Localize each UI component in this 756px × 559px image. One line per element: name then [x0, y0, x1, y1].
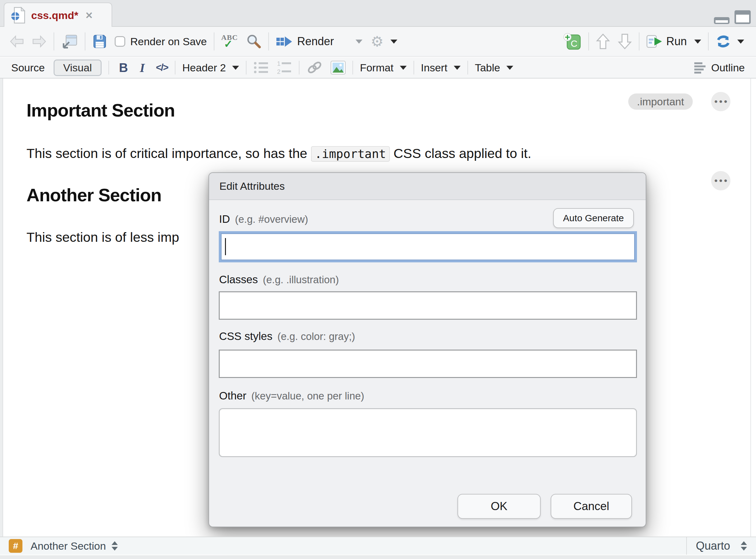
paragraph-style-dropdown[interactable]: Header 2	[182, 62, 239, 74]
inline-code-chip[interactable]: .important	[311, 146, 390, 162]
id-label: ID	[219, 213, 230, 225]
css-class-badge[interactable]: .important	[628, 93, 693, 110]
css-styles-hint: (e.g. color: gray;)	[277, 331, 355, 342]
inline-code-button[interactable]: </>	[156, 62, 168, 73]
section-heading-another[interactable]: Another Section	[26, 184, 161, 205]
editor-right-gutter	[750, 79, 751, 537]
heading-hash-icon: #	[9, 539, 22, 553]
editor-status-bar: # Another Section Quarto	[0, 537, 756, 555]
other-input[interactable]	[219, 408, 637, 457]
section-options-button-2[interactable]: •••	[711, 171, 730, 191]
ok-button[interactable]: OK	[458, 494, 541, 519]
editor-mode-selector[interactable]: Quarto	[686, 537, 756, 555]
visual-mode-button[interactable]: Visual	[53, 60, 102, 76]
formatting-toolbar: Source Visual B I </> Header 2 1 2	[0, 57, 756, 79]
spellcheck-button[interactable]: ABC ✓	[221, 33, 238, 49]
css-styles-label: CSS styles	[219, 330, 272, 342]
css-styles-label-row: CSS styles (e.g. color: gray;)	[219, 330, 355, 342]
save-button[interactable]	[92, 34, 107, 49]
classes-label: Classes	[219, 273, 258, 286]
close-tab-icon[interactable]: ✕	[85, 10, 93, 21]
insert-code-chunk-button[interactable]: C +	[563, 32, 581, 50]
other-label: Other	[219, 389, 246, 402]
toolbar-separator	[85, 32, 85, 50]
open-in-new-window-button[interactable]	[61, 34, 78, 49]
edit-attributes-dialog: Edit Attributes ID (e.g. #overview) Auto…	[208, 172, 646, 527]
pane-window-buttons	[714, 0, 751, 27]
bulleted-list-button[interactable]	[253, 61, 269, 75]
options-dropdown-caret-icon[interactable]	[391, 40, 397, 47]
id-label-row: ID (e.g. #overview)	[219, 213, 308, 225]
text-cursor	[225, 238, 226, 255]
toolbar-separator	[352, 61, 353, 74]
link-button[interactable]	[306, 61, 323, 75]
toolbar-separator	[588, 32, 589, 50]
render-label: Render	[297, 35, 334, 48]
classes-input[interactable]	[219, 291, 637, 320]
image-button[interactable]	[331, 61, 346, 74]
checkbox-icon[interactable]	[115, 36, 125, 47]
run-previous-chunks-button[interactable]	[596, 33, 610, 50]
id-input-wrapper	[219, 231, 637, 262]
source-mode-button[interactable]: Source	[11, 62, 45, 74]
section-options-button[interactable]: •••	[711, 92, 730, 111]
render-dropdown-caret-icon[interactable]	[356, 40, 362, 47]
paragraph-2[interactable]: This section is of less imp	[26, 230, 179, 245]
css-styles-input[interactable]	[219, 350, 637, 378]
toolbar-separator	[708, 32, 709, 50]
toolbar-separator	[108, 61, 109, 74]
spellcheck-check-icon: ✓	[224, 39, 233, 49]
toolbar-separator	[175, 61, 175, 74]
render-button[interactable]: Render	[276, 35, 334, 48]
id-input[interactable]	[221, 233, 635, 260]
run-dropdown-caret-icon[interactable]	[694, 40, 701, 47]
quarto-file-icon	[11, 6, 26, 24]
format-menu[interactable]: Format	[360, 62, 407, 74]
section-selector-arrows-icon[interactable]	[112, 541, 118, 551]
tab-css-qmd[interactable]: css.qmd* ✕	[4, 2, 112, 27]
toolbar-separator	[467, 61, 468, 74]
run-button[interactable]: Run	[646, 34, 701, 49]
italic-button[interactable]: I	[140, 61, 145, 75]
outline-toggle-button[interactable]: Outline	[693, 61, 745, 74]
forward-button[interactable]	[32, 35, 47, 48]
other-hint: (key=value, one per line)	[251, 390, 364, 402]
toolbar-separator	[53, 32, 54, 50]
current-section-selector[interactable]: Another Section	[30, 540, 106, 552]
bold-button[interactable]: B	[119, 61, 128, 75]
insert-menu-caret-icon	[454, 66, 461, 73]
dialog-header[interactable]: Edit Attributes	[209, 173, 646, 200]
auto-generate-button[interactable]: Auto Generate	[553, 208, 634, 228]
dialog-title: Edit Attributes	[219, 180, 285, 192]
mode-selector-arrows-icon	[741, 541, 747, 551]
minimize-pane-icon[interactable]	[714, 17, 730, 24]
back-button[interactable]	[9, 35, 24, 48]
run-label: Run	[666, 35, 687, 48]
section-heading-important[interactable]: Important Section	[26, 100, 175, 120]
paragraph-1-text: This section is of critical importance, …	[26, 146, 311, 161]
table-menu[interactable]: Table	[475, 62, 513, 74]
find-replace-button[interactable]	[246, 33, 262, 49]
svg-text:C: C	[571, 38, 577, 49]
source-dropdown-caret-icon[interactable]	[737, 40, 744, 47]
svg-text:1: 1	[277, 61, 281, 67]
svg-text:+: +	[565, 32, 570, 42]
header-dropdown-caret-icon	[232, 66, 239, 73]
render-on-save-checkbox[interactable]: Render on Save	[115, 36, 207, 48]
paragraph-1[interactable]: This section is of critical importance, …	[26, 146, 531, 161]
toolbar-separator	[214, 32, 215, 50]
run-next-chunk-button[interactable]	[618, 33, 632, 50]
window-bottom-edge	[0, 555, 756, 559]
gear-icon[interactable]: ⚙	[371, 34, 383, 49]
editor-toolbar: Render on Save ABC ✓ Render ⚙	[0, 27, 756, 57]
maximize-pane-icon[interactable]	[734, 10, 751, 24]
cancel-button[interactable]: Cancel	[551, 494, 632, 519]
id-hint: (e.g. #overview)	[235, 214, 308, 225]
tab-title: css.qmd*	[31, 9, 78, 22]
numbered-list-button[interactable]: 1 2	[276, 61, 292, 75]
insert-menu[interactable]: Insert	[421, 62, 461, 74]
other-label-row: Other (key=value, one per line)	[219, 389, 364, 402]
toolbar-separator	[639, 32, 640, 50]
source-document-button[interactable]	[715, 33, 731, 49]
paragraph-1-text-end: CSS class applied to it.	[390, 146, 531, 161]
